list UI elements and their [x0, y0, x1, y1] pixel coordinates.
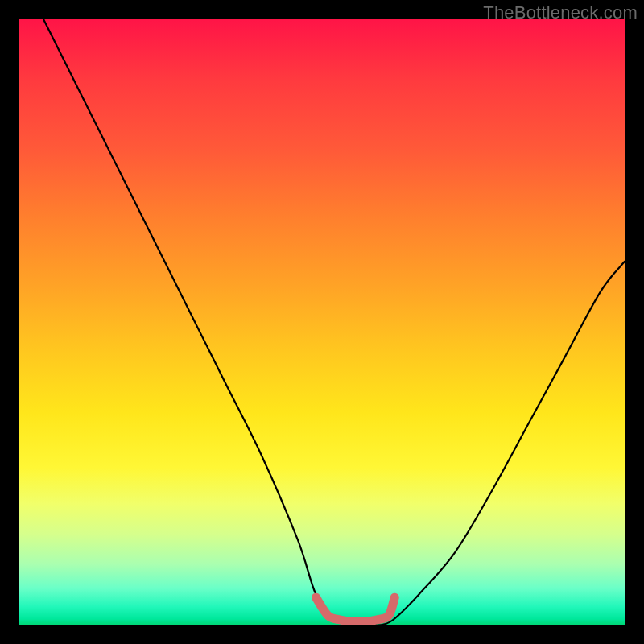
watermark-text: TheBottleneck.com	[483, 2, 638, 23]
bottleneck-curve	[43, 19, 625, 625]
optimal-zone-marker	[316, 597, 394, 621]
curve-layer	[19, 19, 625, 625]
chart-frame: TheBottleneck.com	[0, 0, 644, 644]
plot-area	[19, 19, 625, 625]
